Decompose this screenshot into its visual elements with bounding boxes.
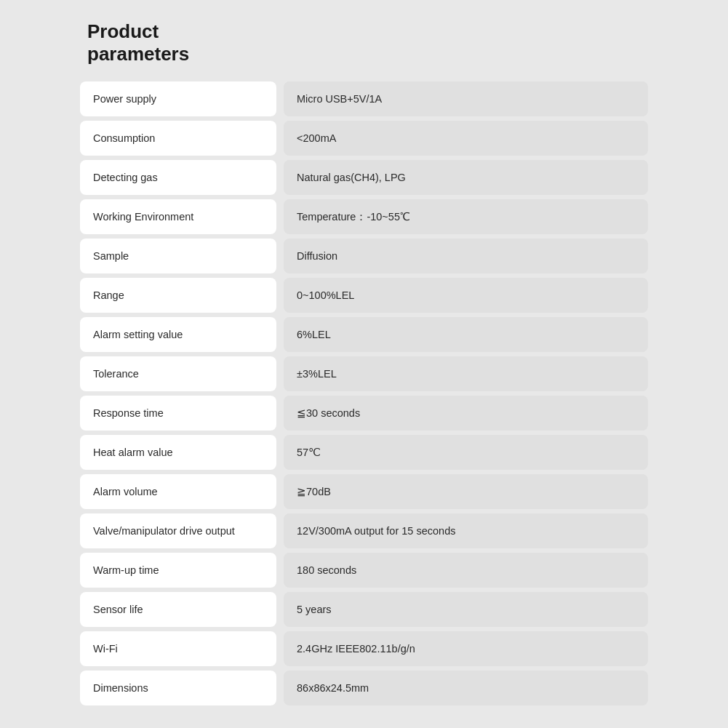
param-value: <200mA — [284, 121, 648, 156]
param-label: Detecting gas — [80, 160, 276, 195]
param-value: 12V/300mA output for 15 seconds — [284, 513, 648, 548]
param-label: Alarm volume — [80, 474, 276, 509]
param-label: Response time — [80, 396, 276, 431]
param-value: ±3%LEL — [284, 356, 648, 391]
table-row: Dimensions86x86x24.5mm — [80, 671, 648, 705]
table-row: Tolerance±3%LEL — [80, 356, 648, 391]
param-value: 0~100%LEL — [284, 278, 648, 313]
page-title: Product parameters — [87, 20, 648, 65]
param-value: 86x86x24.5mm — [284, 671, 648, 705]
param-label: Valve/manipulator drive output — [80, 513, 276, 548]
param-value: Temperature：-10~55℃ — [284, 199, 648, 234]
param-label: Consumption — [80, 121, 276, 156]
table-row: Power supplyMicro USB+5V/1A — [80, 81, 648, 116]
param-value: ≦30 seconds — [284, 396, 648, 431]
table-row: Range0~100%LEL — [80, 278, 648, 313]
title-line1: Product — [87, 20, 159, 42]
param-label: Warm-up time — [80, 553, 276, 588]
table-row: Alarm volume≧70dB — [80, 474, 648, 509]
param-value: ≧70dB — [284, 474, 648, 509]
table-row: Detecting gasNatural gas(CH4), LPG — [80, 160, 648, 195]
title-line2: parameters — [87, 43, 189, 65]
param-label: Range — [80, 278, 276, 313]
param-value: 5 years — [284, 592, 648, 627]
param-label: Alarm setting value — [80, 317, 276, 352]
param-value: 2.4GHz IEEE802.11b/g/n — [284, 631, 648, 666]
table-row: Working EnvironmentTemperature：-10~55℃ — [80, 199, 648, 234]
param-value: Natural gas(CH4), LPG — [284, 160, 648, 195]
param-label: Heat alarm value — [80, 435, 276, 470]
param-label: Wi-Fi — [80, 631, 276, 666]
param-label: Tolerance — [80, 356, 276, 391]
table-row: SampleDiffusion — [80, 239, 648, 273]
param-value: 6%LEL — [284, 317, 648, 352]
table-row: Consumption<200mA — [80, 121, 648, 156]
table-row: Warm-up time180 seconds — [80, 553, 648, 588]
table-row: Valve/manipulator drive output12V/300mA … — [80, 513, 648, 548]
table-row: Alarm setting value6%LEL — [80, 317, 648, 352]
param-label: Sample — [80, 239, 276, 273]
param-value: Diffusion — [284, 239, 648, 273]
params-table: Power supplyMicro USB+5V/1AConsumption<2… — [80, 81, 648, 705]
param-label: Sensor life — [80, 592, 276, 627]
param-label: Power supply — [80, 81, 276, 116]
table-row: Response time≦30 seconds — [80, 396, 648, 431]
param-label: Dimensions — [80, 671, 276, 705]
param-value: 180 seconds — [284, 553, 648, 588]
param-value: Micro USB+5V/1A — [284, 81, 648, 116]
param-label: Working Environment — [80, 199, 276, 234]
table-row: Heat alarm value57℃ — [80, 435, 648, 470]
page-container: Product parameters Power supplyMicro USB… — [0, 0, 728, 728]
table-row: Wi-Fi2.4GHz IEEE802.11b/g/n — [80, 631, 648, 666]
param-value: 57℃ — [284, 435, 648, 470]
table-row: Sensor life5 years — [80, 592, 648, 627]
